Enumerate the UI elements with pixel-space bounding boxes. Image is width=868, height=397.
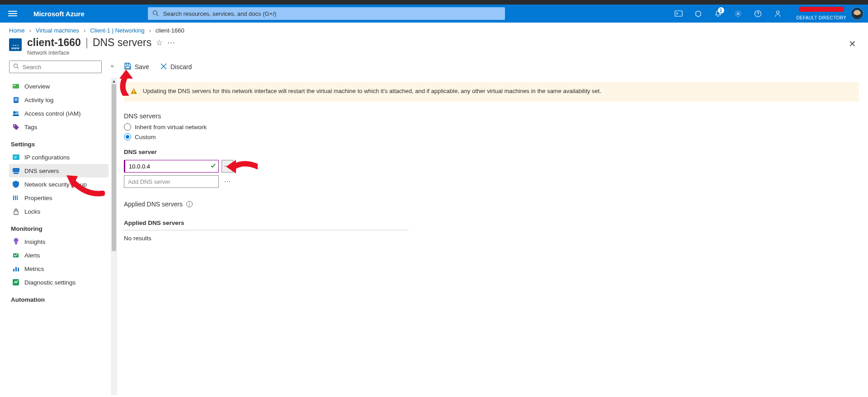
blade-subtitle: Network interface: [27, 50, 175, 56]
sidebar-item-alerts[interactable]: Alerts: [9, 248, 108, 262]
radio-label-custom: Custom: [135, 134, 156, 140]
svg-rect-34: [126, 66, 130, 69]
notifications-icon[interactable]: 1: [710, 5, 727, 23]
sidebar-section-automation: Automation: [11, 296, 108, 303]
valid-check-icon: [210, 163, 216, 170]
sidebar-item-label: Tags: [24, 124, 38, 131]
sidebar-item-nsg[interactable]: Network security group: [9, 177, 108, 191]
blade-header: WWW client-1660 | DNS servers ☆ ⋯ Networ…: [0, 34, 868, 58]
sidebar-item-access-control[interactable]: Access control (IAM): [9, 107, 108, 120]
svg-point-14: [13, 111, 16, 114]
settings-icon[interactable]: [730, 5, 747, 23]
dns-server-input[interactable]: [124, 160, 219, 173]
svg-line-8: [17, 67, 19, 69]
applied-dns-column-header: Applied DNS servers: [124, 216, 409, 230]
radio-icon: [124, 123, 131, 131]
dns-entry-row: ⋯: [124, 160, 859, 173]
sidebar-item-metrics[interactable]: Metrics: [9, 262, 108, 276]
sidebar-item-overview[interactable]: Overview: [9, 79, 108, 93]
brand-label[interactable]: Microsoft Azure: [33, 10, 85, 18]
svg-point-7: [14, 64, 18, 68]
browser-tabstrip: [0, 0, 868, 5]
sidebar-item-dns-servers[interactable]: DNS servers: [9, 164, 108, 177]
blade-more-icon[interactable]: ⋯: [167, 38, 175, 47]
account-menu[interactable]: DEFAULT DIRECTORY: [789, 7, 849, 20]
dns-servers-icon: [12, 167, 20, 175]
save-icon: [124, 62, 132, 71]
overview-icon: [12, 82, 20, 90]
svg-point-0: [153, 10, 157, 14]
svg-rect-38: [133, 93, 134, 93]
dns-add-row: ⋯: [124, 175, 859, 188]
ellipsis-icon: ⋯: [224, 178, 231, 185]
svg-rect-27: [15, 243, 17, 244]
favorite-star-icon[interactable]: ☆: [156, 38, 163, 47]
resource-sidebar: « Overview Activity log Access control (…: [9, 58, 108, 395]
svg-rect-21: [14, 173, 19, 174]
sidebar-search[interactable]: [9, 61, 102, 73]
discard-button[interactable]: Discard: [160, 63, 192, 71]
sidebar-item-locks[interactable]: Locks: [9, 205, 108, 218]
dns-entry-more-button[interactable]: ⋯: [222, 160, 233, 173]
account-name-redacted: [799, 7, 844, 12]
tags-icon: [12, 123, 20, 131]
dns-server-heading: DNS server: [124, 149, 859, 155]
blade-content: Save Discard Updating the DNS servers fo…: [108, 58, 868, 395]
directories-icon[interactable]: [690, 5, 707, 23]
network-interface-icon: WWW: [9, 38, 22, 51]
cloud-shell-icon[interactable]: [670, 5, 687, 23]
sidebar-item-label: Access control (IAM): [24, 110, 81, 117]
dns-servers-label: DNS servers: [124, 112, 859, 120]
diagnostic-icon: [12, 278, 20, 286]
sidebar-item-label: Alerts: [24, 252, 40, 259]
insights-icon: [12, 238, 20, 246]
info-icon[interactable]: i: [186, 201, 193, 207]
sidebar-item-label: Properties: [24, 195, 52, 201]
svg-line-1: [156, 14, 158, 16]
access-control-icon: [12, 109, 20, 117]
radio-inherit[interactable]: Inherit from virtual network: [124, 123, 859, 131]
ellipsis-icon: ⋯: [224, 163, 231, 170]
sidebar-item-activity-log[interactable]: Activity log: [9, 93, 108, 107]
avatar[interactable]: [851, 7, 863, 20]
chevron-right-icon: ›: [149, 27, 151, 34]
directory-label: DEFAULT DIRECTORY: [797, 15, 847, 20]
sidebar-section-monitoring: Monitoring: [11, 225, 108, 232]
radio-icon: [124, 133, 131, 140]
svg-rect-9: [13, 84, 19, 89]
crumb-current: client-1660: [156, 27, 184, 34]
metrics-icon: [12, 265, 20, 273]
sidebar-item-tags[interactable]: Tags: [9, 120, 108, 134]
radio-custom[interactable]: Custom: [124, 133, 859, 140]
sidebar-item-ip-configurations[interactable]: IP IP configurations: [9, 150, 108, 164]
dns-add-more-button[interactable]: ⋯: [222, 178, 233, 185]
breadcrumb: Home › Virtual machines › Client-1 | Net…: [0, 23, 868, 34]
svg-point-15: [16, 111, 19, 114]
svg-rect-13: [14, 100, 18, 101]
svg-point-5: [758, 15, 758, 15]
crumb-home[interactable]: Home: [9, 27, 25, 34]
svg-rect-16: [13, 114, 19, 116]
global-search[interactable]: [148, 7, 505, 20]
blade-title-sep: |: [85, 37, 88, 49]
crumb-vms[interactable]: Virtual machines: [36, 27, 79, 34]
help-icon[interactable]: [750, 5, 767, 23]
save-button[interactable]: Save: [124, 62, 149, 71]
add-dns-server-input[interactable]: [124, 175, 219, 188]
portal-menu-button[interactable]: [8, 9, 17, 18]
svg-point-26: [14, 238, 18, 243]
sidebar-item-properties[interactable]: Properties: [9, 191, 108, 205]
close-blade-icon[interactable]: ✕: [846, 37, 859, 51]
crumb-client-networking[interactable]: Client-1 | Networking: [90, 27, 144, 34]
feedback-icon[interactable]: [769, 5, 787, 23]
sidebar-search-input[interactable]: [22, 63, 98, 71]
global-search-input[interactable]: [162, 10, 500, 18]
sidebar-item-label: Metrics: [24, 266, 44, 272]
svg-point-17: [14, 125, 14, 126]
svg-rect-12: [14, 98, 18, 99]
sidebar-item-diagnostic[interactable]: Diagnostic settings: [9, 276, 108, 289]
svg-rect-10: [14, 85, 15, 86]
radio-label-inherit: Inherit from virtual network: [135, 124, 207, 131]
sidebar-item-insights[interactable]: Insights: [9, 235, 108, 248]
sidebar-item-label: Activity log: [24, 97, 54, 103]
